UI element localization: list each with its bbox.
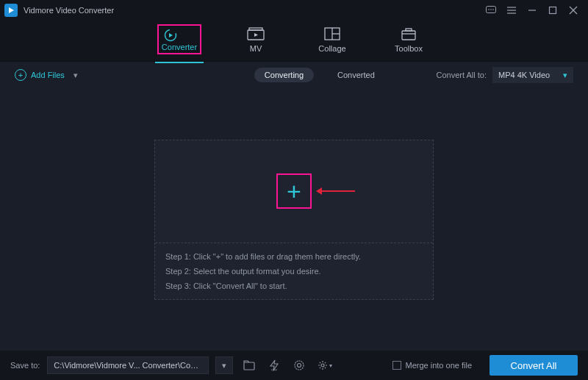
annotation-arrow [316, 187, 355, 195]
format-value: MP4 4K Video [498, 71, 550, 79]
svg-point-2 [488, 9, 490, 10]
svg-rect-20 [402, 31, 415, 40]
instructions: Step 1: Click "+" to add files or drag t… [155, 243, 433, 299]
segment-converted[interactable]: Converted [327, 68, 385, 82]
status-segment: Converting Converted [254, 68, 385, 82]
convert-all-to: Convert All to: MP4 4K Video ▾ [437, 67, 573, 83]
menu-icon[interactable] [501, 1, 522, 19]
sub-toolbar: + Add Files ▾ Converting Converted Conve… [0, 62, 588, 88]
feedback-icon[interactable] [481, 1, 501, 19]
tab-collage[interactable]: Collage [309, 26, 355, 56]
chevron-down-icon: ▾ [563, 71, 567, 80]
step-2: Step 2: Select the output format you des… [165, 267, 423, 276]
converter-icon [162, 28, 179, 43]
save-path-value: C:\Vidmore\Vidmore V... Converter\Conver… [54, 361, 202, 370]
svg-rect-21 [406, 29, 412, 31]
segment-converting[interactable]: Converting [254, 68, 314, 82]
tab-label: MV [250, 44, 262, 53]
close-button[interactable] [563, 1, 584, 19]
svg-marker-13 [169, 33, 173, 37]
checkbox-box [392, 361, 401, 370]
svg-rect-23 [244, 362, 254, 370]
step-1: Step 1: Click "+" to add files or drag t… [165, 252, 423, 261]
gpu-accel-button[interactable]: OFF [265, 356, 283, 374]
svg-marker-16 [254, 33, 258, 37]
output-format-dropdown[interactable]: MP4 4K Video ▾ [492, 67, 573, 83]
save-path-field[interactable]: C:\Vidmore\Vidmore V... Converter\Conver… [47, 356, 209, 374]
svg-marker-0 [9, 7, 14, 13]
svg-point-28 [321, 364, 324, 367]
add-files-button[interactable]: + Add Files ▾ [15, 69, 78, 81]
drop-zone[interactable]: + [155, 140, 433, 243]
convert-all-to-label: Convert All to: [437, 71, 487, 79]
app-title: Vidmore Video Converter [24, 6, 114, 15]
merge-checkbox[interactable]: Merge into one file [392, 361, 473, 370]
svg-rect-15 [249, 28, 262, 30]
high-speed-button[interactable] [290, 356, 308, 374]
save-to-label: Save to: [10, 361, 40, 370]
minimize-button[interactable] [522, 1, 542, 19]
convert-all-button[interactable]: Convert All [490, 355, 578, 376]
svg-point-27 [298, 364, 301, 368]
tab-label: Collage [318, 44, 345, 53]
svg-text:OFF: OFF [271, 368, 278, 372]
add-files-big-button[interactable]: + [276, 173, 312, 209]
drop-panel: + Step 1: Click "+" to add files or drag… [154, 140, 434, 300]
add-files-label: Add Files [31, 71, 65, 79]
save-path-dropdown[interactable]: ▾ [215, 356, 233, 374]
merge-label: Merge into one file [406, 361, 473, 370]
workspace: + Step 1: Click "+" to add files or drag… [0, 88, 588, 351]
tab-toolbox[interactable]: Toolbox [386, 26, 431, 56]
svg-rect-9 [550, 7, 556, 14]
plus-circle-icon: + [15, 69, 26, 81]
app-logo [4, 4, 18, 17]
tab-label: Toolbox [395, 44, 423, 53]
collage-icon [323, 26, 341, 41]
bottom-bar: Save to: C:\Vidmore\Vidmore V... Convert… [0, 351, 588, 380]
mv-icon [247, 26, 265, 41]
svg-point-4 [492, 9, 494, 10]
main-tabs: Converter MV Collage Toolbox [0, 21, 588, 62]
step-3: Step 3: Click "Convert All" to start. [165, 282, 423, 290]
settings-button[interactable]: ▾ [315, 356, 333, 374]
tab-mv[interactable]: MV [233, 26, 279, 56]
svg-point-26 [295, 361, 304, 370]
titlebar: Vidmore Video Converter [0, 0, 588, 21]
maximize-button[interactable] [542, 1, 563, 19]
open-folder-button[interactable] [240, 356, 258, 374]
toolbox-icon [400, 26, 417, 41]
convert-all-label: Convert All [511, 360, 557, 371]
tab-converter[interactable]: Converter [157, 24, 202, 57]
plus-icon: + [287, 179, 301, 204]
tab-label: Converter [162, 43, 197, 51]
svg-point-3 [490, 9, 492, 10]
chevron-down-icon: ▾ [74, 71, 78, 80]
